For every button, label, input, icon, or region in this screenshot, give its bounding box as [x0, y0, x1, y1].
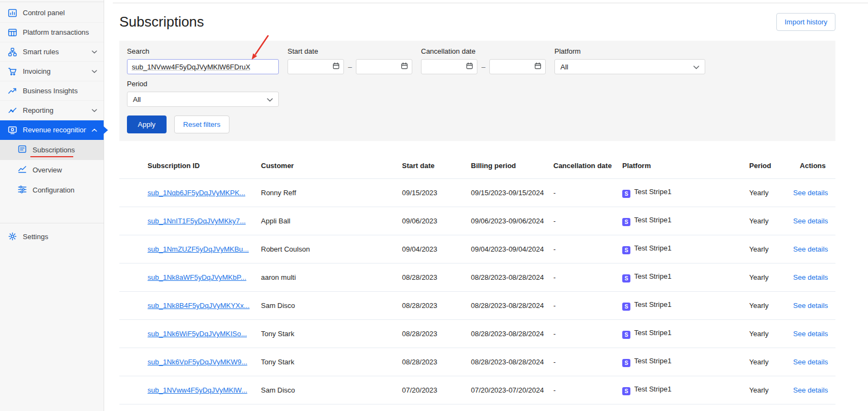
customer-cell: Sam Disco	[261, 404, 402, 411]
subscription-id-link[interactable]: sub_1NmZUZF5yDqJVyMKBu...	[148, 245, 249, 253]
subscription-id-link[interactable]: sub_1Nqb6JF5yDqJVyMKPK...	[148, 189, 245, 197]
see-details-link[interactable]: See details	[793, 330, 828, 338]
platform-cell: STest Stripe1	[622, 264, 749, 292]
customer-cell: Ronny Reff	[261, 179, 402, 207]
platform-cell: STest Stripe1	[622, 207, 749, 235]
sidebar-subitem-overview[interactable]: Overview	[0, 160, 104, 180]
billing-period-cell: 08/28/2023-08/28/2024	[471, 348, 553, 376]
platform-cell: STest Stripe1	[622, 320, 749, 348]
see-details-link[interactable]: See details	[793, 386, 828, 394]
cancellation-date-cell: -	[553, 179, 622, 207]
subscription-id-link[interactable]: sub_1Nk8B4F5yDqJVyMKYXx...	[148, 301, 250, 310]
see-details-link[interactable]: See details	[793, 217, 828, 225]
configuration-icon	[17, 184, 27, 196]
cancellation-date-cell: -	[553, 264, 622, 292]
subscription-id-link[interactable]: sub_1Nk6WiF5yDqJVyMKISo...	[148, 330, 247, 338]
platform-cell: STest Stripe1	[622, 348, 749, 376]
overview-icon	[17, 164, 27, 176]
period-cell: Yearly	[749, 320, 793, 348]
cancellation-date-cell: -	[553, 235, 622, 264]
start-date-cell: 08/28/2023	[402, 348, 471, 376]
column-header-start-date: Start date	[402, 153, 471, 179]
start-date-cell: 09/15/2023	[402, 179, 471, 207]
start-date-cell: 07/20/2023	[402, 376, 471, 404]
column-header-period: Period	[749, 153, 793, 179]
cancellation-date-to-input[interactable]	[489, 59, 546, 74]
start-date-cell: 09/06/2023	[402, 207, 471, 235]
customer-cell: Appli Ball	[261, 207, 402, 235]
sidebar-item-business-insights[interactable]: Business Insights	[0, 81, 104, 101]
control-panel-icon	[8, 8, 17, 18]
subscription-id-link[interactable]: sub_1Nk8aWF5yDqJVyMKbP...	[148, 273, 246, 281]
sidebar-item-platform-transactions[interactable]: Platform transactions	[0, 23, 104, 42]
platform-name: Test Stripe1	[634, 357, 672, 365]
see-details-link[interactable]: See details	[793, 245, 828, 253]
period-select[interactable]: All	[127, 92, 279, 107]
sidebar-item-control-panel[interactable]: Control panel	[0, 3, 104, 23]
start-date-filter-block: Start date –	[288, 47, 412, 74]
sidebar-item-smart-rules[interactable]: Smart rules	[0, 42, 104, 62]
sidebar-item-label: Business Insights	[23, 87, 98, 95]
period-cell: Yearly	[749, 264, 793, 292]
billing-period-cell: 07/20/2023-07/20/2024	[471, 376, 553, 404]
table-row: sub_1NnIT1F5yDqJVyMKky7... Appli Ball 09…	[119, 207, 835, 235]
period-cell: Yearly	[749, 292, 793, 320]
billing-period-cell: 08/28/2023-08/28/2024	[471, 292, 553, 320]
chevron-down-icon	[92, 50, 97, 54]
subscription-id-link[interactable]: sub_1NnIT1F5yDqJVyMKky7...	[148, 217, 246, 225]
period-cell: Yearly	[749, 376, 793, 404]
reporting-icon	[8, 106, 17, 115]
calendar-icon	[466, 62, 473, 72]
sidebar-subitem-label: Subscriptions	[33, 146, 75, 154]
start-date-cell: 08/28/2023	[402, 264, 471, 292]
sidebar-item-invoicing[interactable]: Invoicing	[0, 62, 104, 81]
subscription-id-link[interactable]: sub_1NVww4F5yDqJVyMKlW...	[148, 386, 247, 394]
main-top-divider	[113, 3, 868, 3]
start-date-to-input[interactable]	[356, 59, 412, 74]
customer-cell: Tony Stark	[261, 320, 402, 348]
cancellation-date-cell: -	[553, 207, 622, 235]
platform-select[interactable]: All	[554, 59, 705, 74]
chevron-up-icon	[92, 129, 97, 132]
customer-cell: Sam Disco	[261, 292, 402, 320]
table-row: sub_1Nk6WiF5yDqJVyMKISo... Tony Stark 08…	[119, 320, 835, 348]
see-details-link[interactable]: See details	[793, 358, 828, 366]
revenue-recognition-icon	[8, 125, 17, 135]
sidebar-item-label: Invoicing	[23, 67, 86, 75]
reset-filters-button[interactable]: Reset filters	[174, 115, 230, 133]
stripe-icon: S	[622, 274, 630, 282]
subscription-id-link[interactable]: sub_1Nk6VpF5yDqJVyMKW9...	[148, 358, 247, 366]
cancellation-date-from-input[interactable]	[421, 59, 477, 74]
settings-gear-icon	[8, 232, 17, 241]
invoicing-icon	[8, 67, 17, 76]
see-details-link[interactable]: See details	[793, 273, 828, 281]
stripe-icon: S	[622, 218, 630, 226]
sidebar-item-revenue-recognition[interactable]: Revenue recognition	[0, 120, 104, 140]
platform-cell: STest Stripe1	[622, 376, 749, 404]
date-range-separator: –	[481, 63, 486, 71]
table-row: sub_1Nk8aWF5yDqJVyMKbP... aaron multi 08…	[119, 264, 835, 292]
sidebar-subitem-subscriptions[interactable]: Subscriptions	[0, 140, 104, 160]
platform-cell: STest Stripe1	[622, 179, 749, 207]
platform-cell: STest Stripe1	[622, 292, 749, 320]
sidebar-item-settings[interactable]: Settings	[0, 227, 104, 246]
sidebar: Control panel Platform transactions Smar…	[0, 0, 104, 411]
see-details-link[interactable]: See details	[793, 301, 828, 310]
see-details-link[interactable]: See details	[793, 189, 828, 197]
apply-button[interactable]: Apply	[127, 115, 167, 133]
chevron-down-icon	[92, 70, 97, 73]
period-cell: Yearly	[749, 179, 793, 207]
sidebar-subitem-configuration[interactable]: Configuration	[0, 180, 104, 200]
table-row: sub_1Nk6VpF5yDqJVyMKW9... Tony Stark 08/…	[119, 348, 835, 376]
column-header-subscription-id: Subscription ID	[119, 153, 261, 179]
cancellation-date-label: Cancellation date	[421, 47, 546, 55]
sidebar-item-reporting[interactable]: Reporting	[0, 101, 104, 120]
start-date-from-input[interactable]	[288, 59, 344, 74]
billing-period-cell: 07/20/2023-08/20/2023	[471, 404, 553, 411]
calendar-icon	[401, 62, 408, 72]
search-input[interactable]	[127, 59, 279, 74]
period-select-value: All	[133, 95, 141, 104]
period-label: Period	[127, 80, 279, 88]
cancellation-date-cell: -	[553, 320, 622, 348]
import-history-button[interactable]: Import history	[776, 13, 835, 31]
